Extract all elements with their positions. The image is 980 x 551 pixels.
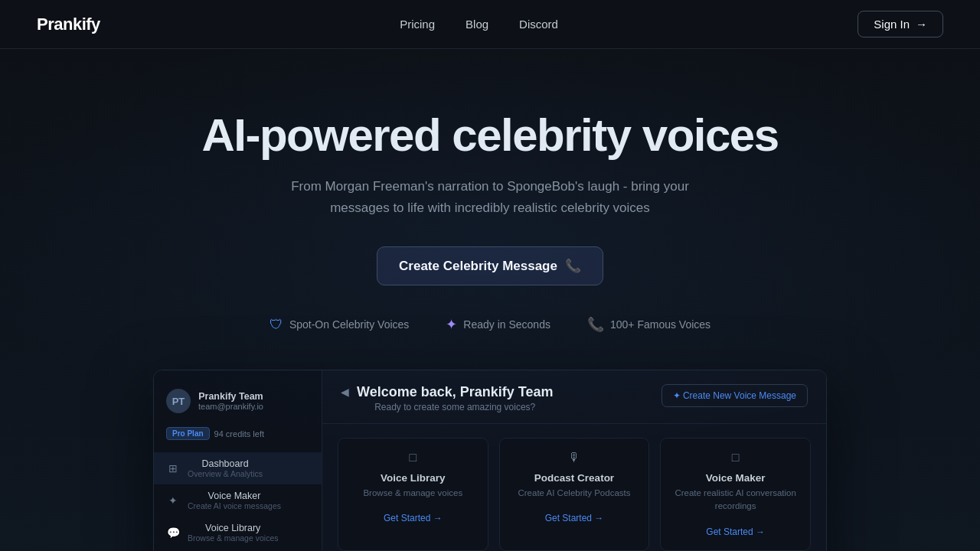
sidebar-desc-dashboard: Overview & Analytics [188, 469, 263, 478]
shield-icon: 🛡 [270, 317, 283, 333]
nav-link-blog[interactable]: Blog [466, 18, 488, 31]
main-header-left: ◀ Welcome back, Prankify Team Ready to c… [341, 384, 553, 412]
avatar: PT [166, 389, 191, 413]
chat-icon: 💬 [166, 527, 180, 539]
sidebar-item-voice-maker[interactable]: ✦ Voice Maker Create AI voice messages [154, 484, 322, 517]
sidebar-item-voice-library[interactable]: 💬 Voice Library Browse & manage voices [154, 517, 322, 549]
create-new-voice-button[interactable]: ✦ Create New Voice Message [662, 384, 808, 407]
feature-tag-celebrity-voices: 🛡 Spot-On Celebrity Voices [270, 317, 409, 333]
logo[interactable]: Prankify [37, 15, 100, 34]
sidebar-desc-voice-library: Browse & manage voices [188, 533, 278, 543]
feature-label-1: Spot-On Celebrity Voices [289, 318, 409, 331]
card-link-0[interactable]: Get Started → [384, 513, 443, 523]
main-content: ◀ Welcome back, Prankify Team Ready to c… [322, 370, 826, 551]
sidebar-label-voice-library: Voice Library [188, 523, 278, 533]
nav-link-discord[interactable]: Discord [519, 18, 558, 31]
voice-library-card-icon: □ [351, 451, 475, 465]
user-name: Prankify Team [198, 391, 263, 402]
star-icon: ✦ [446, 316, 457, 333]
sidebar-nav: ⊞ Dashboard Overview & Analytics ✦ Voice… [154, 449, 322, 551]
user-email: team@prankify.io [198, 402, 263, 411]
feature-label-2: Ready in Seconds [463, 318, 550, 331]
sidebar-user: PT Prankify Team team@prankify.io [154, 381, 322, 424]
feature-label-3: 100+ Famous Voices [610, 318, 710, 331]
cta-label: Create Celebrity Message [399, 259, 557, 274]
feature-tag-famous-voices: 📞 100+ Famous Voices [587, 316, 710, 333]
card-desc-2: Create realistic AI conversation recordi… [673, 487, 798, 514]
card-title-1: Podcast Creator [512, 472, 637, 484]
card-voice-library: □ Voice Library Browse & manage voices G… [338, 438, 488, 551]
card-title-0: Voice Library [351, 472, 475, 484]
microphone-icon: ✦ [166, 494, 180, 507]
card-title-2: Voice Maker [673, 472, 798, 484]
sign-in-button[interactable]: Sign In → [858, 11, 943, 37]
main-header: ◀ Welcome back, Prankify Team Ready to c… [322, 370, 826, 424]
credits-text: 94 credits left [214, 429, 264, 439]
dashboard-icon: ⊞ [166, 462, 180, 474]
navbar: Prankify Pricing Blog Discord Sign In → [0, 0, 980, 49]
dashboard-preview: PT Prankify Team team@prankify.io Pro Pl… [153, 370, 827, 551]
podcast-card-icon: 🎙 [512, 451, 637, 465]
card-desc-1: Create AI Celebrity Podcasts [512, 487, 637, 500]
card-link-1[interactable]: Get Started → [545, 513, 604, 523]
hero-title: AI-powered celebrity voices [201, 110, 778, 161]
cards-grid: □ Voice Library Browse & manage voices G… [322, 424, 826, 551]
card-voice-maker: □ Voice Maker Create realistic AI conver… [660, 438, 811, 551]
sidebar-label-dashboard: Dashboard [188, 458, 263, 469]
nav-link-pricing[interactable]: Pricing [400, 18, 435, 31]
hero-subtitle: From Morgan Freeman's narration to Spong… [268, 176, 712, 219]
voice-maker-card-icon: □ [673, 451, 798, 465]
arrow-icon: → [916, 18, 927, 31]
nav-links: Pricing Blog Discord [400, 18, 558, 31]
sidebar-item-dashboard[interactable]: ⊞ Dashboard Overview & Analytics [154, 452, 322, 484]
welcome-subtitle: Ready to create some amazing voices? [357, 402, 553, 412]
feature-tag-ready-seconds: ✦ Ready in Seconds [446, 316, 550, 333]
welcome-title: Welcome back, Prankify Team [357, 384, 553, 400]
sidebar-toggle-icon[interactable]: ◀ [341, 386, 349, 398]
phone-icon-feature: 📞 [587, 316, 604, 333]
phone-icon: 📞 [565, 258, 581, 274]
cta-button[interactable]: Create Celebrity Message 📞 [377, 246, 603, 285]
card-link-2[interactable]: Get Started → [706, 527, 765, 537]
user-info: Prankify Team team@prankify.io [198, 391, 263, 411]
pro-plan-badge: Pro Plan [166, 427, 210, 440]
card-podcast-creator: 🎙 Podcast Creator Create AI Celebrity Po… [499, 438, 650, 551]
hero-section: AI-powered celebrity voices From Morgan … [0, 49, 980, 551]
card-desc-0: Browse & manage voices [351, 487, 475, 500]
feature-tags: 🛡 Spot-On Celebrity Voices ✦ Ready in Se… [270, 316, 710, 333]
sidebar-label-voice-maker: Voice Maker [188, 491, 281, 501]
sign-in-label: Sign In [874, 18, 910, 31]
plan-badge-row: Pro Plan 94 credits left [154, 424, 322, 449]
sidebar: PT Prankify Team team@prankify.io Pro Pl… [154, 370, 322, 551]
sidebar-desc-voice-maker: Create AI voice messages [188, 501, 281, 510]
create-new-label: ✦ Create New Voice Message [673, 390, 796, 401]
